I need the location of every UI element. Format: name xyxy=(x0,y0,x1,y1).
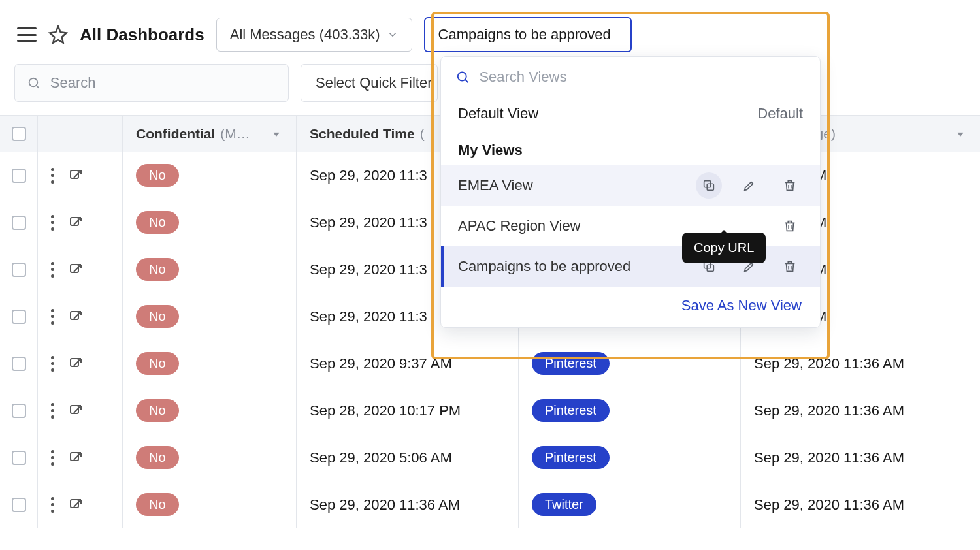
pill-no: No xyxy=(136,446,179,469)
row-checkbox-cell xyxy=(0,481,38,528)
copy-url-tooltip: Copy URL xyxy=(682,233,766,263)
cell-scheduled-time: Sep 29, 2020 11:36 AM xyxy=(297,481,519,528)
row-menu-icon[interactable] xyxy=(51,450,55,466)
row-checkbox[interactable] xyxy=(12,169,26,183)
row-checkbox[interactable] xyxy=(12,216,26,230)
cell-channel: Pinterest xyxy=(519,387,741,434)
copy-icon xyxy=(702,178,716,193)
select-all-checkbox[interactable] xyxy=(12,127,26,141)
edit-button[interactable] xyxy=(736,172,762,199)
cell-scheduled-time: Sep 29, 2020 9:37 AM xyxy=(297,340,519,387)
pill-channel: Twitter xyxy=(532,493,596,516)
view-row-emea[interactable]: EMEA View xyxy=(441,165,820,206)
cell-channel: Pinterest xyxy=(519,434,741,481)
row-actions-cell xyxy=(38,434,123,481)
row-actions-cell xyxy=(38,340,123,387)
row-checkbox[interactable] xyxy=(12,310,26,324)
hamburger-menu-icon[interactable] xyxy=(17,27,37,42)
cell-confidential: No xyxy=(123,481,297,528)
edit-icon xyxy=(742,178,757,193)
search-icon xyxy=(27,75,41,91)
cell-confidential: No xyxy=(123,434,297,481)
cell-last: Sep 29, 2020 11:36 AM xyxy=(741,340,980,387)
row-checkbox-cell xyxy=(0,246,38,293)
row-checkbox-cell xyxy=(0,434,38,481)
copy-url-button[interactable] xyxy=(696,172,722,199)
view-selector-dropdown[interactable]: Campaigns to be approved xyxy=(424,17,632,52)
actions-header xyxy=(38,116,123,152)
search-icon xyxy=(455,69,470,85)
views-popover: Default View Default My Views EMEA View … xyxy=(440,56,821,328)
pill-no: No xyxy=(136,493,179,516)
open-icon[interactable] xyxy=(68,168,84,184)
svg-point-9 xyxy=(458,73,466,81)
row-menu-icon[interactable] xyxy=(51,403,55,419)
row-menu-icon[interactable] xyxy=(51,215,55,231)
row-menu-icon[interactable] xyxy=(51,168,55,184)
cell-last: Sep 29, 2020 11:36 AM xyxy=(741,434,980,481)
row-checkbox-cell xyxy=(0,340,38,387)
delete-button[interactable] xyxy=(777,253,803,280)
sort-caret-icon[interactable] xyxy=(954,127,967,140)
quick-filter-dropdown[interactable]: Select Quick Filter xyxy=(301,64,438,102)
pill-channel: Pinterest xyxy=(532,399,610,422)
delete-button[interactable] xyxy=(777,172,803,199)
row-checkbox[interactable] xyxy=(12,404,26,418)
cell-scheduled-time: Sep 29, 2020 5:06 AM xyxy=(297,434,519,481)
search-input[interactable] xyxy=(50,74,276,91)
open-icon[interactable] xyxy=(68,309,84,325)
cell-confidential: No xyxy=(123,199,297,246)
open-icon[interactable] xyxy=(68,262,84,278)
chevron-down-icon xyxy=(387,29,399,40)
cell-confidential: No xyxy=(123,246,297,293)
save-as-new-view-link[interactable]: Save As New View xyxy=(681,297,802,314)
row-menu-icon[interactable] xyxy=(51,356,55,372)
views-search-input[interactable] xyxy=(479,69,806,86)
row-checkbox-cell xyxy=(0,387,38,434)
table-row: NoSep 29, 2020 11:36 AMTwitterSep 29, 20… xyxy=(0,481,980,528)
row-checkbox[interactable] xyxy=(12,451,26,465)
search-box[interactable] xyxy=(14,64,289,102)
cell-confidential: No xyxy=(123,387,297,434)
top-bar: All Dashboards All Messages (403.33k) Ca… xyxy=(0,0,980,64)
row-actions-cell xyxy=(38,387,123,434)
sort-caret-icon[interactable] xyxy=(270,127,283,140)
open-icon[interactable] xyxy=(68,403,84,419)
cell-channel: Pinterest xyxy=(519,340,741,387)
table-row: NoSep 28, 2020 10:17 PMPinterestSep 29, … xyxy=(0,387,980,434)
pill-no: No xyxy=(136,211,179,234)
column-confidential[interactable]: Confidential (M… xyxy=(123,116,297,152)
page-title: All Dashboards xyxy=(80,25,204,45)
row-menu-icon[interactable] xyxy=(51,309,55,325)
pill-channel: Pinterest xyxy=(532,352,610,375)
default-view-row[interactable]: Default View Default xyxy=(441,95,820,133)
pill-no: No xyxy=(136,352,179,375)
cell-confidential: No xyxy=(123,293,297,340)
star-icon[interactable] xyxy=(48,25,68,44)
row-actions-cell xyxy=(38,246,123,293)
row-checkbox[interactable] xyxy=(12,357,26,371)
row-checkbox[interactable] xyxy=(12,263,26,277)
delete-button[interactable] xyxy=(777,213,803,239)
open-icon[interactable] xyxy=(68,497,84,513)
select-all-cell xyxy=(0,116,38,152)
views-popover-footer: Save As New View xyxy=(441,287,820,323)
row-menu-icon[interactable] xyxy=(51,262,55,278)
pill-no: No xyxy=(136,258,179,281)
cell-last: Sep 29, 2020 11:36 AM xyxy=(741,387,980,434)
view-selector-label: Campaigns to be approved xyxy=(438,26,611,43)
open-icon[interactable] xyxy=(68,215,84,231)
trash-icon xyxy=(783,259,797,274)
cell-scheduled-time: Sep 28, 2020 10:17 PM xyxy=(297,387,519,434)
pill-no: No xyxy=(136,305,179,328)
cell-channel: Twitter xyxy=(519,481,741,528)
open-icon[interactable] xyxy=(68,450,84,466)
table-row: NoSep 29, 2020 5:06 AMPinterestSep 29, 2… xyxy=(0,434,980,481)
row-menu-icon[interactable] xyxy=(51,497,55,513)
default-badge: Default xyxy=(757,105,803,122)
messages-filter-dropdown[interactable]: All Messages (403.33k) xyxy=(216,18,412,52)
row-checkbox[interactable] xyxy=(12,498,26,512)
open-icon[interactable] xyxy=(68,356,84,372)
cell-confidential: No xyxy=(123,340,297,387)
table-row: NoSep 29, 2020 9:37 AMPinterestSep 29, 2… xyxy=(0,340,980,387)
